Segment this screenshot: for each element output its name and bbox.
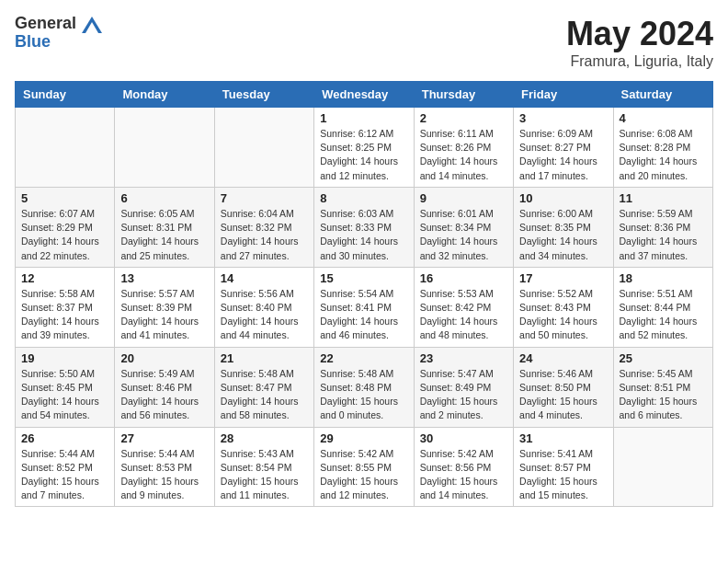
day-info: Sunrise: 5:44 AMSunset: 8:53 PMDaylight:…: [120, 447, 208, 503]
day-info: Sunrise: 5:48 AMSunset: 8:47 PMDaylight:…: [221, 367, 308, 423]
calendar-cell: 28Sunrise: 5:43 AMSunset: 8:54 PMDayligh…: [214, 427, 313, 507]
day-number: 20: [120, 351, 208, 365]
day-number: 27: [120, 431, 208, 445]
day-info: Sunrise: 5:43 AMSunset: 8:54 PMDaylight:…: [221, 447, 308, 503]
calendar-cell: 26Sunrise: 5:44 AMSunset: 8:52 PMDayligh…: [16, 427, 115, 507]
day-number: 10: [519, 191, 607, 205]
calendar-cell: 24Sunrise: 5:46 AMSunset: 8:50 PMDayligh…: [514, 347, 613, 427]
calendar-cell: 27Sunrise: 5:44 AMSunset: 8:53 PMDayligh…: [115, 427, 214, 507]
day-info: Sunrise: 6:11 AMSunset: 8:26 PMDaylight:…: [420, 127, 507, 183]
day-number: 23: [420, 351, 507, 365]
day-info: Sunrise: 5:53 AMSunset: 8:42 PMDaylight:…: [420, 287, 507, 343]
day-number: 13: [120, 271, 208, 285]
calendar-cell: 25Sunrise: 5:45 AMSunset: 8:51 PMDayligh…: [613, 347, 712, 427]
day-number: 19: [21, 351, 108, 365]
calendar-cell: 8Sunrise: 6:03 AMSunset: 8:33 PMDaylight…: [314, 187, 414, 267]
day-info: Sunrise: 5:46 AMSunset: 8:50 PMDaylight:…: [519, 367, 607, 423]
day-info: Sunrise: 5:42 AMSunset: 8:55 PMDaylight:…: [320, 447, 407, 503]
calendar-cell: 14Sunrise: 5:56 AMSunset: 8:40 PMDayligh…: [214, 267, 313, 347]
calendar-title: May 2024: [566, 15, 713, 53]
day-number: 21: [221, 351, 308, 365]
day-info: Sunrise: 6:01 AMSunset: 8:34 PMDaylight:…: [420, 207, 507, 263]
calendar-header: SundayMondayTuesdayWednesdayThursdayFrid…: [16, 82, 713, 108]
day-info: Sunrise: 5:56 AMSunset: 8:40 PMDaylight:…: [221, 287, 308, 343]
day-number: 30: [420, 431, 507, 445]
day-number: 5: [21, 191, 108, 205]
day-info: Sunrise: 5:59 AMSunset: 8:36 PMDaylight:…: [620, 207, 707, 263]
day-number: 9: [420, 191, 507, 205]
day-of-week-header: Sunday: [16, 82, 115, 108]
calendar-cell: 18Sunrise: 5:51 AMSunset: 8:44 PMDayligh…: [613, 267, 712, 347]
calendar-cell: 13Sunrise: 5:57 AMSunset: 8:39 PMDayligh…: [115, 267, 214, 347]
day-number: 22: [320, 351, 407, 365]
calendar-cell: 15Sunrise: 5:54 AMSunset: 8:41 PMDayligh…: [314, 267, 414, 347]
day-number: 15: [320, 271, 407, 285]
calendar-table: SundayMondayTuesdayWednesdayThursdayFrid…: [15, 81, 713, 507]
days-of-week-row: SundayMondayTuesdayWednesdayThursdayFrid…: [16, 82, 713, 108]
title-block: May 2024 Framura, Liguria, Italy: [566, 15, 713, 70]
day-number: 29: [320, 431, 407, 445]
day-info: Sunrise: 5:52 AMSunset: 8:43 PMDaylight:…: [519, 287, 607, 343]
day-info: Sunrise: 6:08 AMSunset: 8:28 PMDaylight:…: [620, 127, 707, 183]
day-info: Sunrise: 6:05 AMSunset: 8:31 PMDaylight:…: [120, 207, 208, 263]
day-info: Sunrise: 6:03 AMSunset: 8:33 PMDaylight:…: [320, 207, 407, 263]
day-info: Sunrise: 5:50 AMSunset: 8:45 PMDaylight:…: [21, 367, 108, 423]
day-info: Sunrise: 6:00 AMSunset: 8:35 PMDaylight:…: [519, 207, 607, 263]
calendar-cell: 4Sunrise: 6:08 AMSunset: 8:28 PMDaylight…: [613, 108, 712, 188]
calendar-cell: [16, 108, 115, 188]
day-of-week-header: Thursday: [414, 82, 513, 108]
day-number: 26: [21, 431, 108, 445]
logo-block: General Blue: [15, 15, 103, 52]
calendar-cell: 22Sunrise: 5:48 AMSunset: 8:48 PMDayligh…: [314, 347, 414, 427]
logo-icon: [82, 17, 102, 33]
day-number: 3: [519, 111, 607, 125]
calendar-cell: 2Sunrise: 6:11 AMSunset: 8:26 PMDaylight…: [414, 108, 513, 188]
calendar-week-row: 26Sunrise: 5:44 AMSunset: 8:52 PMDayligh…: [16, 427, 713, 507]
logo-blue: Blue: [15, 32, 51, 51]
day-info: Sunrise: 5:57 AMSunset: 8:39 PMDaylight:…: [120, 287, 208, 343]
day-number: 1: [320, 111, 407, 125]
day-number: 7: [221, 191, 308, 205]
day-number: 28: [221, 431, 308, 445]
day-number: 8: [320, 191, 407, 205]
day-of-week-header: Tuesday: [214, 82, 313, 108]
day-of-week-header: Wednesday: [314, 82, 414, 108]
day-info: Sunrise: 5:54 AMSunset: 8:41 PMDaylight:…: [320, 287, 407, 343]
calendar-cell: 20Sunrise: 5:49 AMSunset: 8:46 PMDayligh…: [115, 347, 214, 427]
calendar-cell: 29Sunrise: 5:42 AMSunset: 8:55 PMDayligh…: [314, 427, 414, 507]
day-info: Sunrise: 5:48 AMSunset: 8:48 PMDaylight:…: [320, 367, 407, 423]
day-info: Sunrise: 5:58 AMSunset: 8:37 PMDaylight:…: [21, 287, 108, 343]
calendar-week-row: 1Sunrise: 6:12 AMSunset: 8:25 PMDaylight…: [16, 108, 713, 188]
calendar-cell: [214, 108, 313, 188]
calendar-cell: 30Sunrise: 5:42 AMSunset: 8:56 PMDayligh…: [414, 427, 513, 507]
calendar-body: 1Sunrise: 6:12 AMSunset: 8:25 PMDaylight…: [16, 108, 713, 507]
day-info: Sunrise: 5:47 AMSunset: 8:49 PMDaylight:…: [420, 367, 507, 423]
day-number: 18: [620, 271, 707, 285]
logo: General Blue: [15, 15, 103, 52]
day-info: Sunrise: 5:51 AMSunset: 8:44 PMDaylight:…: [620, 287, 707, 343]
calendar-cell: 10Sunrise: 6:00 AMSunset: 8:35 PMDayligh…: [514, 187, 613, 267]
calendar-location: Framura, Liguria, Italy: [566, 53, 713, 70]
calendar-week-row: 5Sunrise: 6:07 AMSunset: 8:29 PMDaylight…: [16, 187, 713, 267]
day-number: 6: [120, 191, 208, 205]
calendar-cell: 6Sunrise: 6:05 AMSunset: 8:31 PMDaylight…: [115, 187, 214, 267]
day-number: 11: [620, 191, 707, 205]
day-info: Sunrise: 6:12 AMSunset: 8:25 PMDaylight:…: [320, 127, 407, 183]
calendar-cell: 12Sunrise: 5:58 AMSunset: 8:37 PMDayligh…: [16, 267, 115, 347]
calendar-week-row: 19Sunrise: 5:50 AMSunset: 8:45 PMDayligh…: [16, 347, 713, 427]
day-number: 14: [221, 271, 308, 285]
day-number: 31: [519, 431, 607, 445]
calendar-cell: 17Sunrise: 5:52 AMSunset: 8:43 PMDayligh…: [514, 267, 613, 347]
calendar-cell: 9Sunrise: 6:01 AMSunset: 8:34 PMDaylight…: [414, 187, 513, 267]
calendar-cell: 19Sunrise: 5:50 AMSunset: 8:45 PMDayligh…: [16, 347, 115, 427]
day-info: Sunrise: 5:41 AMSunset: 8:57 PMDaylight:…: [519, 447, 607, 503]
calendar-cell: [613, 427, 712, 507]
calendar-cell: 31Sunrise: 5:41 AMSunset: 8:57 PMDayligh…: [514, 427, 613, 507]
day-info: Sunrise: 5:45 AMSunset: 8:51 PMDaylight:…: [620, 367, 707, 423]
day-number: 25: [620, 351, 707, 365]
day-info: Sunrise: 5:49 AMSunset: 8:46 PMDaylight:…: [120, 367, 208, 423]
day-number: 2: [420, 111, 507, 125]
day-of-week-header: Monday: [115, 82, 214, 108]
day-number: 17: [519, 271, 607, 285]
day-number: 16: [420, 271, 507, 285]
